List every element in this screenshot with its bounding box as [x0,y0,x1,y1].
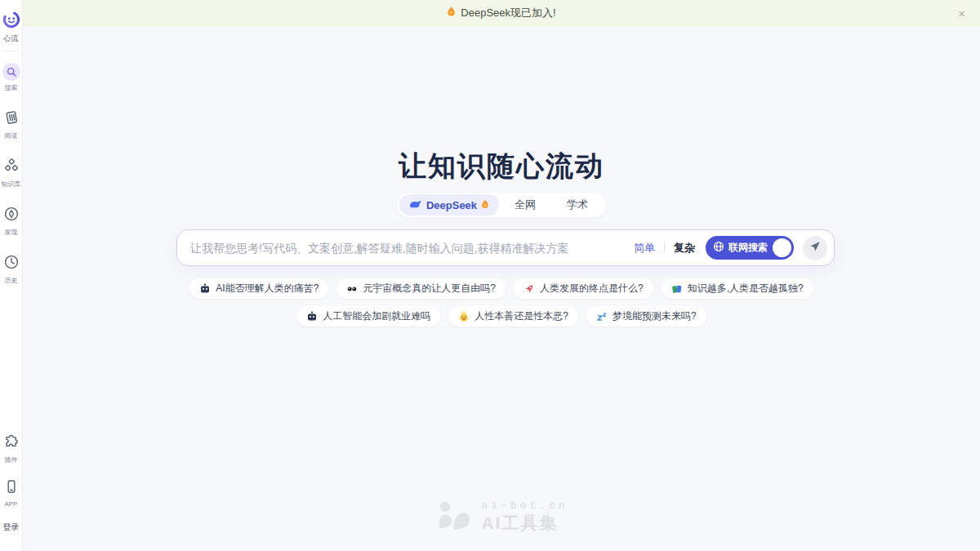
knowledge-cubes-icon [3,158,20,177]
sidebar-item-search[interactable]: 搜索 [2,63,20,92]
suggestion-chip[interactable]: AI能否理解人类的痛苦? [189,278,328,299]
app-window: DeepSeek现已加入! × 心流 搜索 [0,0,980,551]
login-button[interactable]: 登录 [3,522,20,533]
watermark: ai-bot.cn AI工具集 [23,499,980,535]
page-title: 让知识随心流动 [23,148,980,185]
tab-academic-label: 学术 [567,198,588,212]
sidebar: 心流 搜索 阅读 知识库 发现 [0,0,23,551]
suggestion-row-2: 人工智能会加剧就业难吗 人性本善还是性本恶? 梦境能预测未来吗? [23,306,980,327]
suggestion-chip[interactable]: 元宇宙概念真的让人更自由吗? [336,278,506,299]
send-icon [809,241,821,256]
promo-banner: DeepSeek现已加入! × [23,0,980,26]
watermark-site: ai-bot.cn [481,500,568,512]
sidebar-item-app[interactable]: APP [3,478,20,508]
suggestion-chip[interactable]: 人性本善还是性本恶? [448,306,578,327]
globe-icon [713,241,724,256]
whale-icon [409,199,422,211]
robot-icon [199,283,211,295]
suggestion-chip[interactable]: 人类发展的终点是什么? [514,278,653,299]
search-icon [2,63,20,81]
robot-icon [306,311,318,322]
clock-icon [3,254,20,273]
book-icon [3,109,20,129]
web-search-toggle[interactable]: 联网搜索 [706,236,794,260]
compass-icon [3,206,20,225]
books-icon [671,283,683,295]
angel-face-icon [458,311,470,322]
watermark-title: AI工具集 [481,512,568,535]
tab-deepseek[interactable]: DeepSeek [399,194,499,216]
puzzle-icon [3,433,20,453]
sidebar-item-history[interactable]: 历史 [3,254,20,285]
flame-icon [481,199,489,211]
flame-icon [447,6,456,20]
banner-text: DeepSeek现已加入! [461,6,555,20]
xinliu-logo-icon [2,11,20,32]
watermark-text: ai-bot.cn AI工具集 [481,500,568,535]
search-box: 简单 复杂 联网搜索 [176,229,835,266]
sidebar-item-reading[interactable]: 阅读 [3,109,20,140]
phone-icon [3,478,20,498]
sidebar-item-discover[interactable]: 发现 [3,206,20,237]
search-mode-tabs: DeepSeek 全网 学术 [397,193,606,217]
sidebar-item-plugins[interactable]: 插件 [3,433,20,464]
toggle-knob [773,238,791,257]
sidebar-item-knowledge-base[interactable]: 知识库 [2,158,21,189]
sidebar-divider [4,51,19,51]
mode-simple-button[interactable]: 简单 [634,241,655,256]
sidebar-bottom-group: 插件 APP 登录 [3,433,20,540]
suggestion-row-1: AI能否理解人类的痛苦? 元宇宙概念真的让人更自由吗? 人类发展的终点是什么? … [23,278,980,299]
suggestion-chip[interactable]: 梦境能预测未来吗? [586,306,706,327]
mode-complex-button[interactable]: 复杂 [674,241,695,256]
web-search-toggle-label: 联网搜索 [728,241,768,255]
eyes-icon [346,283,358,295]
tab-whole-web-label: 全网 [514,198,536,212]
mode-divider [664,242,665,253]
app-logo[interactable]: 心流 [2,11,20,44]
tab-academic[interactable]: 学术 [551,194,604,216]
suggestion-chip[interactable]: 人工智能会加剧就业难吗 [296,306,440,327]
zzz-icon [596,311,608,322]
app-logo-label: 心流 [4,33,19,44]
tab-whole-web[interactable]: 全网 [499,194,551,216]
ai-bot-logo-icon [434,499,472,535]
send-button[interactable] [803,236,827,260]
rocket-icon [523,283,535,295]
search-input[interactable] [190,242,625,255]
banner-close-icon[interactable]: × [958,7,965,19]
suggestion-chip[interactable]: 知识越多,人类是否越孤独? [662,278,813,299]
tab-deepseek-label: DeepSeek [426,199,477,211]
